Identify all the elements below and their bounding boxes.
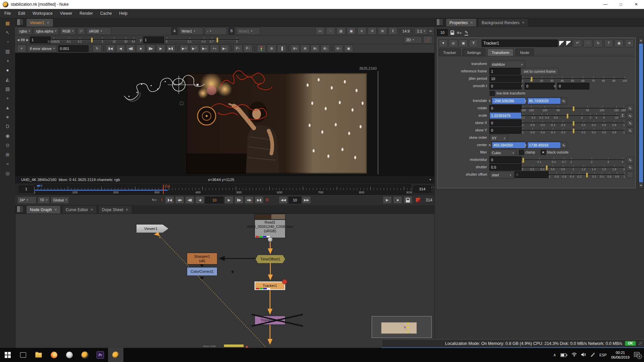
loop-mode-icon[interactable]: ↻▾ [150, 196, 158, 203]
stack-icon[interactable]: ≡ [357, 27, 366, 35]
clear-key-icon[interactable]: ⊗k [290, 45, 300, 52]
shutter-animation-icon[interactable]: ∿ [627, 164, 633, 171]
skew-x-slider[interactable]: -1-0.8-0.6-0.4-0.200.20.40.60.81 [522, 120, 625, 127]
tab-transform[interactable]: Transform [487, 49, 514, 56]
timeline-ruler[interactable]: 110020030040050060070080091910314 [34, 184, 411, 194]
start-button[interactable] [0, 348, 15, 362]
range-start-field[interactable]: 1 [19, 186, 33, 192]
pen-icon[interactable] [591, 352, 595, 358]
goto-first-icon[interactable]: ▮◀ [165, 196, 174, 204]
channels-dropdown[interactable]: rgba▾ [17, 27, 32, 35]
step-back-button[interactable]: ◀◀ [279, 196, 288, 204]
slider-handle[interactable] [531, 77, 533, 82]
properties-scrollbar[interactable]: ▲ ▼ [638, 38, 644, 188]
motionblur-animation-icon[interactable]: ∿ [627, 157, 633, 163]
slider-handle[interactable] [573, 106, 575, 111]
color-tool-icon[interactable]: ◑ [2, 56, 13, 65]
lock-panels-icon[interactable] [450, 31, 454, 35]
frame-format-icon[interactable]: ▭ [316, 27, 325, 35]
track-next-frame-icon[interactable]: ▮▶ [146, 45, 155, 52]
jitter-period-slider[interactable]: 1102030405060708090100 [522, 76, 625, 82]
b-buffer-dropdown[interactable]: Write1▾ [236, 27, 260, 35]
error-mode-dropdown[interactable]: if error above▾ [28, 45, 57, 52]
stop-tracking-icon[interactable]: ■ [136, 45, 145, 52]
play-backward-icon[interactable]: ◀ [195, 196, 204, 204]
maximize-button[interactable]: □ [613, 0, 629, 9]
scale-field[interactable]: 1.02391875 [489, 112, 522, 119]
motionblur-slider[interactable]: 00.10.40.71234 [522, 157, 625, 164]
flipbook-play-icon[interactable]: ▶ [383, 196, 392, 204]
track-forward-icon[interactable]: ▶ [156, 45, 165, 52]
clear-bwd-icon[interactable]: ⊗( [311, 45, 320, 52]
zoom-level[interactable]: 14.9 [402, 29, 410, 33]
nuke-active-button[interactable] [108, 348, 123, 362]
flipbook-stop-icon[interactable]: ■ [393, 196, 402, 204]
undo-icon[interactable]: ↶ [573, 40, 582, 47]
roi-icon[interactable]: ⊛ [378, 27, 387, 35]
slider-handle[interactable] [567, 114, 569, 119]
node-colorcorrect1[interactable]: ColorCorrect1 [187, 267, 217, 276]
rotate-animation-icon[interactable]: ∿ [627, 105, 633, 112]
error-threshold-field[interactable]: 0.001 [58, 45, 89, 52]
scale-animation-icon[interactable]: ∿ [627, 113, 633, 119]
slider-handle[interactable] [573, 128, 575, 133]
jitter-period-field[interactable]: 10 [489, 75, 522, 82]
node-timeoffset1[interactable]: TimeOffset1 [256, 255, 285, 263]
prev-view-icon[interactable]: ◀ [17, 38, 19, 42]
3d-tool-icon[interactable]: ▲ [2, 103, 13, 112]
ab-blend-dropdown[interactable]: -▾ [205, 27, 227, 35]
gain-slider[interactable]: 0.0156250.10.313103064 [52, 37, 136, 43]
views-tool-icon[interactable]: ◉ [2, 131, 13, 140]
tab-curve-editor[interactable]: Curve Editor✕ [62, 205, 97, 214]
filter-tool-icon[interactable]: ● [2, 66, 13, 74]
shutter-offset-slider[interactable]: -1-0.8-0.6-0.4-0.200.20.40.60.81 [549, 172, 625, 178]
close-tab-icon[interactable]: ✕ [522, 21, 525, 24]
fps-dropdown[interactable]: 24*▾ [17, 196, 37, 204]
collapse-panel-icon[interactable]: ▼ [439, 40, 448, 47]
menu-item-edit[interactable]: Edit [14, 11, 29, 16]
refresh-icon[interactable]: ↺ [368, 27, 377, 35]
slider-handle[interactable] [216, 38, 218, 43]
nodegraph-canvas[interactable]: Viewer1 1 Read1 A003_05051240_C008.mov (… [15, 214, 434, 348]
slider-handle[interactable] [573, 121, 575, 126]
side-panel-icon[interactable]: ▐ [277, 45, 286, 52]
range-end-field[interactable]: 314 [414, 186, 431, 192]
shutter-offset-dropdown[interactable]: start▾ [489, 171, 514, 179]
track-add-key-icon[interactable]: ▶a [200, 45, 209, 52]
translate-y-field[interactable]: 85.7030029 [527, 98, 561, 104]
scroll-up-icon[interactable]: ▲ [639, 38, 643, 43]
tab-node[interactable]: Node [516, 49, 534, 56]
tab-settings[interactable]: Settings [463, 49, 485, 56]
lock-range-icon[interactable] [404, 196, 413, 204]
black-outside-checkbox[interactable]: ✕ [541, 150, 546, 155]
track-to-start-icon[interactable]: ▮◀ [106, 45, 115, 52]
nodegraph-minimap[interactable] [372, 316, 432, 338]
translate-x-field[interactable]: -298.506286 [492, 98, 526, 104]
revert-icon[interactable]: ↻ [594, 40, 603, 47]
other-tool-icon[interactable]: ≈ [2, 160, 13, 168]
next-keyframe-icon[interactable]: ●▶ [245, 196, 254, 204]
rotate-field[interactable]: 0 [489, 105, 522, 112]
gamma-slider[interactable]: 00.10.40.712 [165, 37, 239, 43]
file-explorer-button[interactable] [31, 348, 46, 362]
pane-menu-icon[interactable] [17, 19, 23, 25]
firefox-button[interactable] [46, 348, 62, 362]
tab-viewer1[interactable]: Viewer1 ✕ [26, 18, 53, 26]
b-buffer-label[interactable]: B [228, 27, 235, 35]
tab-properties[interactable]: Properties✕ [446, 18, 477, 26]
in-point-button[interactable]: I [159, 196, 164, 203]
retrack-icon[interactable]: ↻ [93, 45, 102, 52]
menu-item-viewer[interactable]: Viewer [56, 11, 76, 16]
edit-panels-icon[interactable]: ✎ [465, 30, 468, 36]
read1-output-dot[interactable] [268, 237, 273, 242]
slider-handle[interactable] [586, 173, 588, 178]
render-progress-icon[interactable] [414, 196, 422, 203]
select-tool-icon[interactable]: ↖ [2, 28, 13, 37]
track-stop-error-icon[interactable]: ▶x [220, 45, 229, 52]
filter-dropdown[interactable]: Cubic▾ [489, 149, 516, 157]
play-forward-icon[interactable]: ▶ [224, 196, 233, 204]
translate-animation-icon[interactable]: ∿ [560, 98, 567, 104]
menu-item-render[interactable]: Render [76, 11, 96, 16]
gamma-field[interactable]: 1 [143, 37, 164, 43]
scroll-down-icon[interactable]: ▼ [639, 183, 643, 188]
